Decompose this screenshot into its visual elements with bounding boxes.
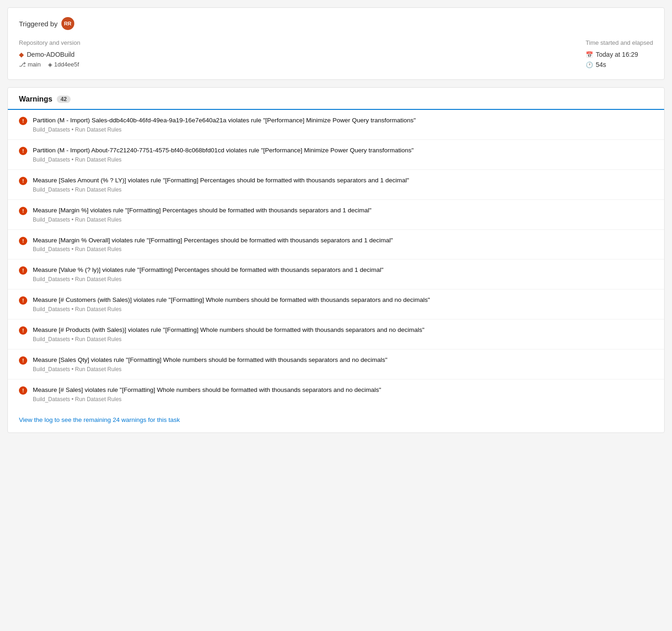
warning-content: Measure [Sales Amount (% ? LY)] violates… (33, 176, 653, 193)
warning-item: ! Measure [Value % (? ly)] violates rule… (8, 259, 664, 289)
warnings-count-badge: 42 (57, 96, 70, 103)
warning-icon: ! (19, 296, 27, 305)
warning-message: Partition (M - Import) Sales-ddb4c40b-46… (33, 116, 653, 125)
warning-content: Partition (M - Import) Sales-ddb4c40b-46… (33, 116, 653, 133)
warning-content: Measure [Sales Qty] violates rule "[Form… (33, 356, 653, 373)
commit-hash: 1dd4ee5f (54, 61, 79, 68)
warning-icon: ! (19, 207, 27, 215)
warning-meta: Build_Datasets • Run Dataset Rules (33, 396, 653, 403)
warning-item: ! Measure [# Products (with Sales)] viol… (8, 319, 664, 349)
commit-item: ◈ 1dd4ee5f (48, 61, 79, 68)
warning-content: Measure [Margin %] violates rule "[Forma… (33, 206, 653, 223)
time-started-row: 📅 Today at 16:29 (586, 51, 653, 58)
repo-section: Repository and version ◆ Demo-ADOBuild ⎇… (19, 39, 80, 68)
warning-item: ! Partition (M - Import) About-77c21240-… (8, 140, 664, 170)
warning-message: Measure [Margin %] violates rule "[Forma… (33, 206, 653, 215)
warning-item: ! Measure [# Sales] violates rule "[Form… (8, 379, 664, 409)
warning-content: Measure [# Products (with Sales)] violat… (33, 326, 653, 343)
clock-icon: 🕐 (586, 61, 593, 68)
avatar: RR (61, 17, 74, 30)
warning-icon: ! (19, 356, 27, 365)
calendar-icon: 📅 (586, 51, 593, 58)
warning-list: ! Partition (M - Import) Sales-ddb4c40b-… (8, 110, 664, 409)
warning-icon: ! (19, 386, 27, 395)
warning-meta: Build_Datasets • Run Dataset Rules (33, 126, 653, 133)
branch-icon: ⎇ (19, 61, 26, 68)
warning-message: Measure [# Customers (with Sales)] viola… (33, 296, 653, 305)
warning-meta: Build_Datasets • Run Dataset Rules (33, 306, 653, 312)
warning-message: Measure [Value % (? ly)] violates rule "… (33, 266, 653, 275)
warning-icon: ! (19, 266, 27, 275)
warning-message: Measure [Sales Amount (% ? LY)] violates… (33, 176, 653, 185)
warning-icon: ! (19, 177, 27, 185)
triggered-by-label: Triggered by (19, 20, 58, 28)
warning-content: Measure [Value % (? ly)] violates rule "… (33, 266, 653, 282)
elapsed-row: 🕐 54s (586, 61, 653, 68)
meta-row: Repository and version ◆ Demo-ADOBuild ⎇… (19, 39, 653, 68)
warning-content: Measure [Margin % Overall] violates rule… (33, 236, 653, 253)
warnings-card: Warnings 42 ! Partition (M - Import) Sal… (7, 87, 665, 433)
warning-meta: Build_Datasets • Run Dataset Rules (33, 246, 653, 252)
warning-item: ! Measure [Sales Amount (% ? LY)] violat… (8, 170, 664, 200)
warning-meta: Build_Datasets • Run Dataset Rules (33, 186, 653, 193)
view-log-link[interactable]: View the log to see the remaining 24 war… (8, 409, 664, 433)
warning-item: ! Measure [Margin % Overall] violates ru… (8, 230, 664, 260)
commit-icon: ◈ (48, 61, 52, 68)
branch-item: ⎇ main (19, 61, 41, 68)
warning-message: Measure [Margin % Overall] violates rule… (33, 236, 653, 245)
top-card: Triggered by RR Repository and version ◆… (7, 7, 665, 80)
warning-icon: ! (19, 117, 27, 125)
warning-meta: Build_Datasets • Run Dataset Rules (33, 156, 653, 163)
warning-item: ! Measure [Sales Qty] violates rule "[Fo… (8, 349, 664, 379)
warning-content: Measure [# Customers (with Sales)] viola… (33, 296, 653, 312)
warning-content: Measure [# Sales] violates rule "[Format… (33, 386, 653, 403)
repo-section-label: Repository and version (19, 39, 80, 46)
warning-content: Partition (M - Import) About-77c21240-77… (33, 146, 653, 163)
warning-message: Measure [# Sales] violates rule "[Format… (33, 386, 653, 395)
repo-name-row: ◆ Demo-ADOBuild (19, 51, 80, 58)
warning-item: ! Partition (M - Import) Sales-ddb4c40b-… (8, 110, 664, 140)
warning-item: ! Measure [# Customers (with Sales)] vio… (8, 289, 664, 319)
warning-icon: ! (19, 147, 27, 155)
warning-icon: ! (19, 326, 27, 335)
warning-meta: Build_Datasets • Run Dataset Rules (33, 276, 653, 282)
warnings-title: Warnings (19, 95, 52, 103)
repo-icon: ◆ (19, 51, 24, 58)
time-started-text: Today at 16:29 (596, 51, 638, 58)
time-section-label: Time started and elapsed (586, 39, 653, 46)
repo-name-text: Demo-ADOBuild (27, 51, 74, 58)
warning-meta: Build_Datasets • Run Dataset Rules (33, 336, 653, 343)
time-section: Time started and elapsed 📅 Today at 16:2… (586, 39, 653, 68)
branch-commit-row: ⎇ main ◈ 1dd4ee5f (19, 61, 80, 68)
warning-meta: Build_Datasets • Run Dataset Rules (33, 216, 653, 223)
warning-item: ! Measure [Margin %] violates rule "[For… (8, 200, 664, 230)
warning-message: Partition (M - Import) About-77c21240-77… (33, 146, 653, 155)
warning-message: Measure [# Products (with Sales)] violat… (33, 326, 653, 335)
elapsed-text: 54s (596, 61, 606, 68)
triggered-by-row: Triggered by RR (19, 17, 653, 30)
warning-meta: Build_Datasets • Run Dataset Rules (33, 366, 653, 373)
branch-name: main (28, 61, 41, 68)
warning-icon: ! (19, 237, 27, 245)
warnings-header: Warnings 42 (8, 88, 664, 110)
warning-message: Measure [Sales Qty] violates rule "[Form… (33, 356, 653, 365)
